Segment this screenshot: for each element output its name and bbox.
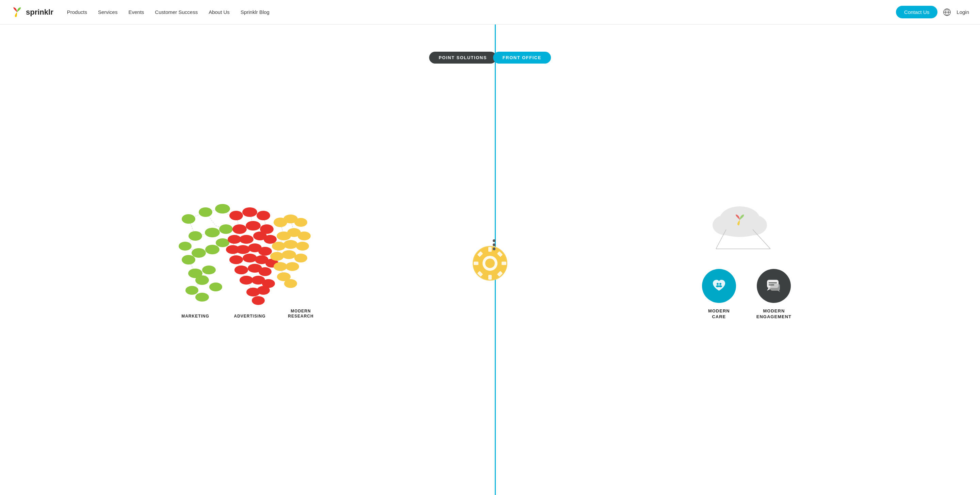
modern-care-item: MODERNCARE (702, 269, 736, 320)
svg-point-120 (294, 254, 307, 262)
nav-about-us[interactable]: About Us (208, 9, 230, 15)
svg-point-96 (229, 255, 243, 264)
svg-point-97 (243, 254, 257, 262)
nav-events[interactable]: Events (128, 9, 144, 15)
svg-text:ADVERTISING: ADVERTISING (234, 314, 266, 319)
logo[interactable]: sprinklr (11, 6, 53, 18)
svg-point-118 (270, 252, 284, 261)
dot-1 (493, 240, 495, 242)
svg-point-66 (199, 207, 212, 217)
modern-engagement-label: MODERNENGAGEMENT (756, 308, 791, 320)
nav-products[interactable]: Products (67, 9, 87, 15)
svg-point-65 (182, 214, 195, 224)
svg-point-79 (185, 286, 198, 295)
nav-customer-success[interactable]: Customer Success (155, 9, 198, 15)
svg-point-75 (182, 255, 195, 265)
svg-rect-133 (501, 262, 506, 265)
svg-point-70 (219, 224, 233, 234)
svg-point-78 (195, 275, 209, 285)
svg-point-108 (252, 296, 265, 305)
svg-point-74 (216, 238, 229, 247)
network-area: MARKETING ADVERTISING MODERN RESEARCH (168, 192, 331, 321)
svg-point-139 (485, 259, 495, 268)
svg-point-83 (242, 207, 257, 217)
left-side: MARKETING ADVERTISING MODERN RESEARCH (0, 24, 500, 495)
svg-point-81 (209, 282, 222, 291)
nav-services[interactable]: Services (98, 9, 118, 15)
modern-engagement-item: MODERNENGAGEMENT (756, 269, 791, 320)
svg-point-107 (257, 286, 270, 295)
svg-point-68 (189, 231, 202, 241)
gear-circle (472, 246, 508, 281)
modern-care-label: MODERNCARE (708, 308, 730, 320)
nav-links: Products Services Events Customer Succes… (67, 9, 896, 15)
svg-text:MARKETING: MARKETING (182, 314, 210, 319)
dot-3 (493, 248, 495, 250)
globe-icon[interactable] (943, 8, 951, 16)
point-solutions-label: POINT SOLUTIONS (429, 52, 496, 63)
modern-engagement-icon (757, 269, 791, 303)
svg-point-89 (239, 235, 253, 244)
logo-text: sprinklr (26, 8, 53, 17)
cloud-platform-area (695, 200, 798, 262)
svg-point-85 (232, 224, 247, 234)
svg-point-103 (240, 276, 253, 284)
svg-point-67 (215, 204, 230, 214)
svg-point-71 (179, 242, 192, 251)
svg-point-114 (298, 232, 311, 240)
svg-text:RESEARCH: RESEARCH (288, 314, 314, 319)
svg-point-69 (205, 228, 220, 237)
svg-point-72 (192, 248, 206, 258)
navigation: sprinklr Products Services Events Custom… (0, 0, 980, 24)
svg-rect-130 (488, 247, 492, 252)
svg-point-102 (259, 267, 272, 276)
svg-point-147 (717, 283, 719, 285)
svg-point-100 (234, 265, 248, 274)
labels-top: POINT SOLUTIONS FRONT OFFICE (429, 52, 551, 63)
svg-point-115 (272, 242, 285, 251)
svg-rect-131 (488, 275, 492, 279)
svg-point-121 (274, 262, 287, 271)
svg-point-124 (284, 279, 297, 288)
svg-point-86 (246, 221, 261, 230)
svg-point-111 (294, 218, 307, 227)
svg-point-119 (282, 250, 296, 259)
svg-point-148 (719, 283, 721, 285)
svg-point-122 (285, 262, 299, 271)
svg-rect-132 (474, 262, 479, 265)
svg-point-77 (202, 265, 216, 274)
svg-point-82 (229, 211, 243, 220)
svg-point-80 (195, 293, 209, 301)
front-office-label: FRONT OFFICE (493, 52, 551, 63)
divider-dots (493, 240, 495, 250)
modern-care-icon (702, 269, 736, 303)
circles-row: MODERNCARE MODERNENGAGEMENT (702, 269, 791, 320)
nav-right: Contact Us Login (896, 6, 969, 18)
login-link[interactable]: Login (956, 9, 969, 15)
svg-point-116 (283, 240, 298, 249)
nav-blog[interactable]: Sprinklr Blog (240, 9, 269, 15)
svg-point-150 (719, 285, 722, 287)
contact-button[interactable]: Contact Us (896, 6, 937, 18)
svg-point-93 (236, 245, 250, 254)
hero-section: POINT SOLUTIONS FRONT OFFICE (0, 24, 980, 495)
svg-point-143 (718, 220, 762, 237)
right-side: MODERNCARE MODERNENGAGEMENT (500, 24, 980, 495)
svg-point-73 (205, 245, 220, 254)
svg-text:MODERN: MODERN (291, 309, 311, 313)
svg-point-95 (258, 247, 272, 255)
svg-point-84 (256, 211, 270, 220)
svg-point-91 (264, 235, 277, 244)
dot-2 (493, 243, 495, 246)
svg-point-117 (296, 242, 309, 251)
